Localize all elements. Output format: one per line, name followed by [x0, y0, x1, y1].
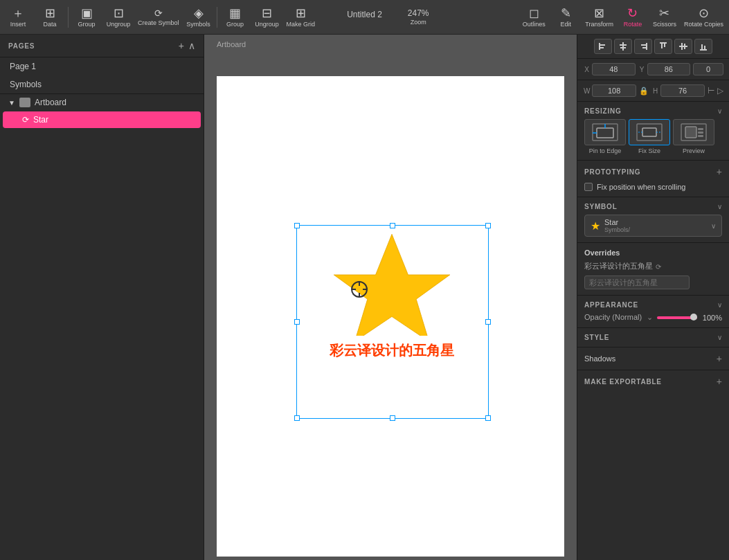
handle-top-left[interactable] [294, 223, 300, 228]
handle-top-mid[interactable] [390, 223, 395, 228]
outlines-tool[interactable]: ◻ Outlines [519, 2, 549, 33]
edit-tool[interactable]: ✎ Edit [550, 2, 581, 33]
pin-to-edge-button[interactable]: Pin to Edge [584, 119, 626, 154]
artboard-canvas-label: Artboard [217, 40, 246, 48]
svg-rect-14 [642, 47, 646, 48]
svg-rect-35 [698, 132, 703, 134]
symbols-page-item[interactable]: Symbols [0, 75, 204, 93]
symbol-dropdown[interactable]: ★ Star Symbols/ ∨ [584, 215, 722, 237]
ungroup-tool2[interactable]: ⊟ Ungroup [252, 2, 282, 33]
scissors-tool[interactable]: ✂ Scissors [649, 2, 680, 33]
divider-1 [68, 7, 69, 28]
override-input[interactable] [584, 276, 690, 289]
shadows-header[interactable]: Shadows + [584, 353, 722, 364]
handle-top-right[interactable] [485, 223, 491, 228]
group-tool2[interactable]: ▦ Group [220, 2, 251, 33]
artboard-label: Artboard [35, 98, 66, 107]
x-field-group: X [583, 63, 636, 75]
align-center-v-button[interactable] [674, 39, 692, 54]
artboard-arrow[interactable]: ▼ [8, 99, 15, 107]
symbol-name: Star [604, 218, 707, 226]
insert-tool[interactable]: ＋ Insert [3, 2, 33, 33]
preview-button[interactable]: Preview [673, 119, 714, 154]
align-center-h-button[interactable] [614, 39, 632, 54]
fix-position-label: Fix position when scrolling [597, 183, 685, 191]
h-field-group: H [651, 84, 705, 97]
align-left-button[interactable] [594, 39, 612, 54]
divider-2 [217, 7, 217, 28]
opacity-slider[interactable] [657, 316, 697, 319]
rotate-tool[interactable]: ↻ Rotate [618, 2, 648, 33]
export-header[interactable]: MAKE EXPORTABLE + [584, 376, 722, 387]
prototyping-header[interactable]: PROTOTYPING + [584, 166, 722, 177]
canvas-area[interactable]: Artboard [204, 35, 577, 560]
flip-v-button[interactable]: ▷ [717, 86, 723, 96]
add-page-button[interactable]: + [179, 40, 184, 51]
zoom-tool[interactable]: 247% Zoom [403, 2, 433, 33]
x-input[interactable] [592, 63, 635, 75]
flip-h-button[interactable]: ⊢ [708, 86, 714, 96]
override-sync-icon[interactable]: ⟳ [656, 263, 661, 271]
page-1-item[interactable]: Page 1 [0, 57, 204, 75]
h-input[interactable] [660, 84, 705, 97]
align-bottom-button[interactable] [694, 39, 712, 54]
outlines-icon: ◻ [529, 7, 539, 19]
shadows-title: Shadows [584, 354, 615, 363]
symbols-tool[interactable]: ◈ Symbols [183, 2, 214, 33]
right-panel: X Y W 🔒 H ⊢ ▷ RESI [577, 35, 729, 560]
align-row [577, 35, 729, 59]
opacity-dropdown-icon[interactable]: ⌄ [647, 313, 653, 321]
handle-bottom-mid[interactable] [390, 415, 395, 421]
deg-input[interactable] [693, 63, 723, 75]
collapse-pages-button[interactable]: ∧ [188, 40, 195, 51]
rotate-copies-tool[interactable]: ⊙ Rotate Copies [681, 2, 726, 33]
resize-options: Pin to Edge Fix Size [584, 119, 722, 154]
style-header[interactable]: STYLE ∨ [584, 334, 722, 341]
rotate-label: Rotate [624, 21, 642, 28]
data-tool[interactable]: ⊞ Data [35, 2, 65, 33]
ungroup-tool[interactable]: ⊡ Ungroup [103, 2, 134, 33]
lock-icon[interactable]: 🔒 [639, 87, 649, 96]
export-title: MAKE EXPORTABLE [584, 378, 662, 386]
export-add-button[interactable]: + [717, 376, 722, 387]
w-input[interactable] [592, 84, 636, 97]
zoom-icon: 247% [408, 9, 429, 17]
align-right-button[interactable] [634, 39, 652, 54]
symbol-dropdown-chevron: ∨ [711, 222, 716, 230]
appearance-chevron: ∨ [717, 301, 722, 309]
pages-header: PAGES + ∧ [0, 35, 204, 57]
align-top-button[interactable] [654, 39, 672, 54]
star-layer-item[interactable]: ⟳ Star [3, 111, 201, 128]
svg-rect-33 [685, 127, 696, 138]
prototyping-add-button[interactable]: + [717, 166, 722, 177]
group2-icon: ▦ [229, 7, 241, 19]
handle-mid-right[interactable] [485, 319, 491, 325]
transform-tool[interactable]: ⊠ Transform [582, 2, 616, 33]
make-grid-tool[interactable]: ⊞ Make Grid [284, 2, 318, 33]
ungroup2-label: Ungroup [255, 21, 279, 28]
opacity-row: Opacity (Normal) ⌄ 100% [584, 313, 722, 322]
y-label: Y [638, 66, 646, 73]
symbol-path: Symbols/ [604, 226, 707, 233]
wh-fields-row: W 🔒 H ⊢ ▷ [577, 80, 729, 102]
artboard-group[interactable]: ▼ Artboard [0, 94, 204, 111]
fix-position-checkbox[interactable] [584, 183, 593, 191]
fix-size-button[interactable]: Fix Size [629, 119, 670, 154]
opacity-thumb [690, 314, 697, 320]
opacity-label: Opacity (Normal) ⌄ [584, 313, 653, 322]
fix-size-label: Fix Size [638, 147, 660, 154]
data-label: Data [43, 21, 56, 28]
appearance-header[interactable]: APPEARANCE ∨ [584, 301, 722, 309]
create-symbol-tool[interactable]: ⟳ Create Symbol [135, 2, 182, 33]
svg-rect-13 [641, 44, 646, 46]
star-container[interactable]: 彩云译设计的五角星 [298, 228, 485, 360]
artboard[interactable]: 彩云译设计的五角星 [217, 76, 564, 557]
handle-bottom-left[interactable] [294, 415, 300, 421]
w-field-group: W [583, 84, 636, 97]
resizing-header[interactable]: RESIZING ∨ [584, 107, 722, 115]
group-tool[interactable]: ▣ Group [71, 2, 102, 33]
symbol-header[interactable]: SYMBOL ∨ [584, 203, 722, 210]
y-input[interactable] [647, 63, 690, 75]
handle-bottom-right[interactable] [485, 415, 491, 421]
shadows-add-button[interactable]: + [717, 353, 722, 364]
